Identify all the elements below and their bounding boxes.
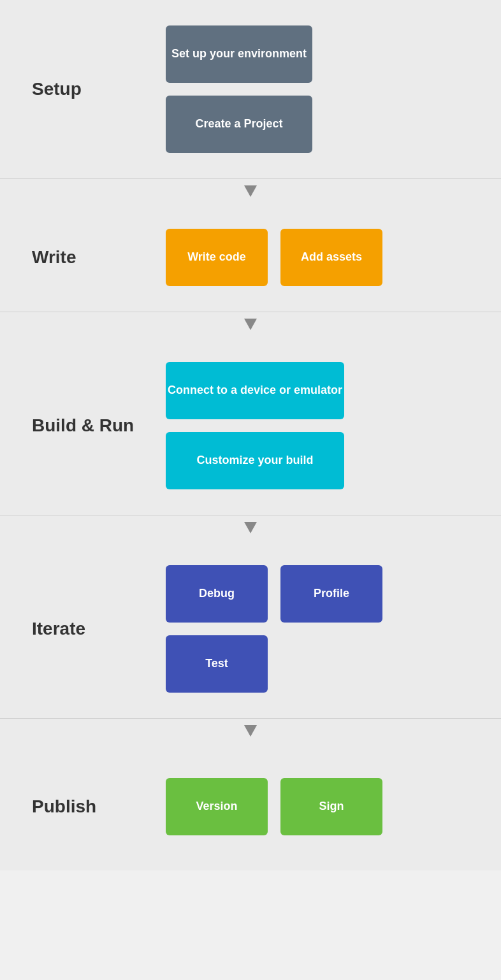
publish-buttons: Version Sign bbox=[166, 778, 382, 835]
setup-buttons: Set up your environment Create a Project bbox=[166, 25, 312, 153]
write-section: Write Write code Add assets bbox=[0, 203, 501, 312]
iterate-section: Iterate Debug Profile Test bbox=[0, 540, 501, 719]
debug-button[interactable]: Debug bbox=[166, 565, 268, 623]
test-button[interactable]: Test bbox=[166, 635, 268, 693]
version-button[interactable]: Version bbox=[166, 778, 268, 835]
build-run-section: Build & Run Connect to a device or emula… bbox=[0, 336, 501, 515]
arrow-4 bbox=[0, 719, 501, 743]
create-project-button[interactable]: Create a Project bbox=[166, 96, 312, 153]
iterate-buttons: Debug Profile Test bbox=[166, 565, 382, 693]
arrow-3 bbox=[0, 515, 501, 540]
down-arrow-icon bbox=[244, 725, 257, 737]
down-arrow-icon bbox=[244, 522, 257, 533]
down-arrow-icon bbox=[244, 185, 257, 197]
write-code-button[interactable]: Write code bbox=[166, 229, 268, 286]
iterate-row-1: Debug Profile bbox=[166, 565, 382, 623]
add-assets-button[interactable]: Add assets bbox=[280, 229, 382, 286]
build-run-label: Build & Run bbox=[0, 415, 166, 436]
arrow-1 bbox=[0, 179, 501, 203]
write-label: Write bbox=[0, 247, 166, 268]
connect-device-button[interactable]: Connect to a device or emulator bbox=[166, 362, 344, 419]
write-buttons: Write code Add assets bbox=[166, 229, 382, 286]
set-up-env-button[interactable]: Set up your environment bbox=[166, 25, 312, 83]
setup-section: Setup Set up your environment Create a P… bbox=[0, 0, 501, 179]
iterate-label: Iterate bbox=[0, 619, 166, 639]
build-run-buttons: Connect to a device or emulator Customiz… bbox=[166, 362, 344, 489]
down-arrow-icon bbox=[244, 319, 257, 330]
profile-button[interactable]: Profile bbox=[280, 565, 382, 623]
publish-label: Publish bbox=[0, 796, 166, 817]
sign-button[interactable]: Sign bbox=[280, 778, 382, 835]
publish-section: Publish Version Sign bbox=[0, 743, 501, 870]
customize-build-button[interactable]: Customize your build bbox=[166, 432, 344, 489]
setup-label: Setup bbox=[0, 79, 166, 99]
arrow-2 bbox=[0, 312, 501, 336]
